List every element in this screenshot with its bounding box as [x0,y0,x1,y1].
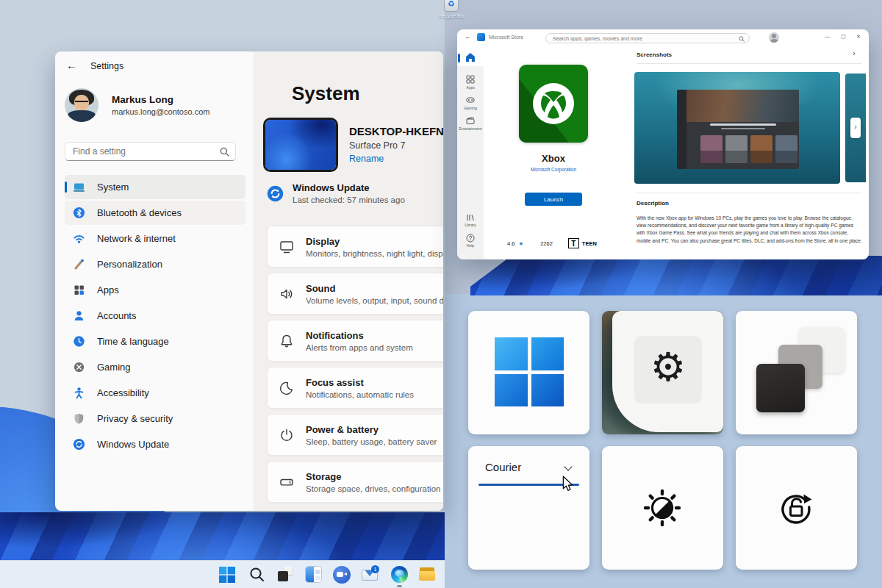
mail-icon[interactable]: 1 [362,567,379,584]
screenshot-app-panel [677,90,799,169]
carousel-next-chevron: › [854,123,856,131]
tile-font-dropdown: Courier [468,446,589,570]
settings-row-storage[interactable]: StorageStorage space, drives, configurat… [267,461,443,503]
sidebar-item-accounts[interactable]: Accounts [65,304,245,328]
sidebar-item-system[interactable]: System [65,175,245,199]
maximize-button[interactable]: □ [841,34,846,40]
app-name: Xbox [519,153,588,164]
sidebar-item-label: Accounts [97,310,136,321]
settings-row-display[interactable]: DisplayMonitors, brightness, night light… [267,226,443,268]
widgets-blue-half [306,567,314,583]
gaming-rail-icon[interactable] [466,96,475,104]
home-icon[interactable] [465,52,476,62]
rail-label-library[interactable]: Library [457,223,484,227]
themes-dark-square [278,571,288,581]
brush-icon [73,258,85,270]
apps-rail-icon[interactable] [466,75,475,84]
mouse-cursor-icon [562,476,573,492]
mail-badge: 1 [371,565,379,573]
curled-page: ⚙ [612,311,723,432]
widgets-icon[interactable] [305,566,322,583]
row-title: Focus assist [306,377,414,388]
search-taskbar-icon[interactable] [249,567,265,582]
themes-app-icon[interactable] [276,566,294,584]
screenshots-expand-chevron[interactable]: › [853,49,856,57]
theme-square-dark [756,364,805,412]
close-button[interactable]: ✕ [856,34,861,40]
user-profile[interactable]: Markus Long markus.long@contoso.com [65,88,248,123]
screenshot-card-4 [775,135,797,163]
brightness-icon [642,487,683,528]
launch-button[interactable]: Launch [525,193,582,206]
start-button[interactable] [219,567,235,583]
tile-rotation-lock [736,446,857,570]
windows-update-status: Last checked: 57 minutes ago [293,196,405,204]
rename-link[interactable]: Rename [349,154,384,164]
settings-row-power[interactable]: Power & batterySleep, battery usage, bat… [267,414,443,456]
minimize-button[interactable]: — [825,34,830,39]
sidebar-item-personalization[interactable]: Personalization [65,252,245,276]
rail-label-apps[interactable]: Apps [457,85,484,90]
sidebar-item-label: Network & internet [97,233,176,244]
sidebar-item-label: Apps [97,284,119,295]
library-rail-icon[interactable] [466,213,475,222]
rail-label-help[interactable]: Help [457,243,484,248]
settings-search-box[interactable] [65,142,236,161]
store-app-icon [477,33,485,41]
help-rail-icon[interactable] [466,234,475,243]
taskbar: 1 [0,560,445,588]
selected-indicator [65,182,67,193]
bluetooth-icon [73,207,85,219]
description-header: Description [637,200,669,207]
app-publisher[interactable]: Microsoft Corporation [504,167,603,172]
description-divider [637,193,861,193]
windows-update-icon [267,185,284,202]
sidebar-item-windows-update[interactable]: Windows Update [65,432,245,456]
windows-update-title[interactable]: Windows Update [293,182,370,193]
esrb-label: TEEN [582,240,597,247]
chat-icon[interactable] [333,566,351,584]
screenshot-thumbnail-next[interactable]: › [845,74,866,182]
screenshot-thumbnail[interactable] [634,72,840,184]
rail-label-gaming[interactable]: Gaming [457,106,484,110]
row-subtitle: Volume levels, output, input, sound devi… [306,296,443,305]
store-search-box[interactable] [545,33,750,43]
row-subtitle: Notifications, automatic rules [306,390,414,399]
recycle-bin-label: Recycle Bin [434,13,469,18]
sidebar-item-bluetooth[interactable]: Bluetooth & devices [65,201,245,225]
screenshots-header: Screenshots [637,51,672,58]
settings-row-focus-assist[interactable]: Focus assistNotifications, automatic rul… [267,367,443,409]
account-avatar[interactable] [769,32,779,43]
sidebar-item-accessibility[interactable]: Accessibility [65,381,245,405]
entertainment-rail-icon[interactable] [466,116,475,125]
sidebar-item-apps[interactable]: Apps [65,278,245,302]
file-explorer-icon[interactable] [419,567,437,583]
mail-badge-count: 1 [374,567,377,572]
rating-row: 4.6 ★ 2262 T TEEN [507,238,597,248]
row-title: Power & battery [306,424,437,435]
store-search-input[interactable] [551,34,728,43]
settings-rows: DisplayMonitors, brightness, night light… [267,226,443,508]
settings-search-input[interactable] [71,143,215,160]
edge-icon[interactable] [391,566,408,583]
store-back-button[interactable]: ← [465,33,471,40]
page-title: System [292,82,360,105]
screenshot-card-3 [750,135,772,163]
network-icon [73,232,85,245]
sidebar-item-privacy[interactable]: Privacy & security [65,406,245,431]
sidebar-item-time-language[interactable]: Time & language [65,329,245,354]
row-title: Storage [306,471,443,482]
recycle-bin-shortcut[interactable]: ♻ Recycle Bin [434,0,469,22]
apps-icon [73,284,85,296]
settings-back-button[interactable]: ← [66,59,77,71]
rail-label-entertainment[interactable]: Entertainment [457,126,484,131]
sound-icon [278,285,295,303]
tile-windows-logo [468,311,589,434]
settings-row-sound[interactable]: SoundVolume levels, output, input, sound… [267,273,443,315]
sidebar-item-gaming[interactable]: Gaming [65,355,245,379]
tile-brightness [602,446,723,570]
font-dropdown-value: Courier [485,461,521,473]
sidebar-item-network[interactable]: Network & internet [65,226,245,251]
settings-row-notifications[interactable]: NotificationsAlerts from apps and system [267,320,443,362]
carousel-next-button[interactable]: › [850,118,861,138]
